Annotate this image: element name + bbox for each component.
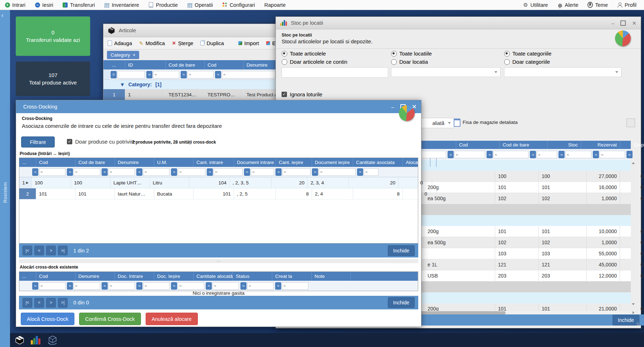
delete-button[interactable]: ✕Șterge bbox=[172, 40, 194, 46]
column-header[interactable]: Cant. intrare bbox=[194, 158, 234, 167]
filter-approx-chip[interactable]: ≈ bbox=[32, 282, 38, 290]
scroll-up-icon[interactable] bbox=[632, 162, 635, 164]
filter-input[interactable] bbox=[178, 168, 205, 176]
filter-approx-chip[interactable]: ≈ bbox=[146, 71, 152, 78]
radio-all-articles[interactable]: Toate articolele bbox=[282, 50, 326, 57]
prev-page-button[interactable]: < bbox=[34, 246, 44, 255]
column-header[interactable]: Denumire bbox=[244, 60, 276, 69]
prev-page-button[interactable]: < bbox=[34, 298, 44, 308]
match-checkbox[interactable]: ✓Doar produse cu potrivire bbox=[67, 139, 135, 145]
filter-approx-chip[interactable]: ≈ bbox=[240, 282, 247, 290]
filter-input[interactable] bbox=[251, 168, 274, 176]
column-header[interactable]: ... bbox=[103, 60, 125, 69]
filter-approx-chip[interactable]: ≈ bbox=[206, 282, 212, 290]
menu-profil[interactable]: Profil bbox=[613, 2, 641, 8]
column-header[interactable]: ... bbox=[19, 158, 36, 167]
article-search-input[interactable] bbox=[282, 67, 388, 78]
column-header[interactable]: Status bbox=[233, 272, 272, 281]
filter-input[interactable] bbox=[178, 282, 204, 290]
column-header[interactable]: Creat la bbox=[272, 272, 312, 281]
menu-productie[interactable]: Productie bbox=[144, 2, 182, 8]
filter-input[interactable] bbox=[39, 282, 65, 290]
filter-approx-chip[interactable]: ≈ bbox=[32, 168, 38, 176]
first-page-button[interactable]: |< bbox=[23, 298, 32, 308]
products-row[interactable]: 2 101 101 Iaurt Natur… Bucata 101 , 2, 5… bbox=[19, 188, 418, 199]
filter-input[interactable] bbox=[493, 151, 528, 158]
close-button[interactable]: Inchide bbox=[613, 315, 639, 326]
column-header[interactable]: Rezervat bbox=[581, 141, 620, 149]
radio-single-category[interactable]: Doar categoriile bbox=[504, 59, 550, 65]
column-header[interactable]: Note bbox=[312, 272, 351, 281]
filter-approx-chip[interactable]: ≈ bbox=[215, 71, 221, 78]
filter-input[interactable] bbox=[247, 282, 274, 290]
menu-teme[interactable]: Teme bbox=[583, 2, 612, 8]
filter-input[interactable] bbox=[282, 282, 308, 290]
radio-all-categories[interactable]: Toate categoriile bbox=[504, 50, 551, 57]
kpi-card-transferuri[interactable]: 0 Transferuri validate azi bbox=[16, 16, 90, 56]
filter-input[interactable] bbox=[537, 151, 557, 158]
first-page-button[interactable]: |< bbox=[23, 246, 32, 255]
scroll-down-icon[interactable] bbox=[632, 303, 635, 305]
grid-settings-button[interactable] bbox=[626, 119, 635, 127]
filter-input[interactable] bbox=[222, 71, 275, 78]
filter-approx-chip[interactable]: ≈ bbox=[67, 168, 73, 176]
column-header[interactable]: Cod bbox=[36, 158, 75, 167]
crossdock-titlebar[interactable]: Cross-Docking – ✕ bbox=[16, 100, 421, 113]
column-header[interactable]: Alocat bbox=[403, 158, 430, 167]
close-button[interactable]: Inchide bbox=[388, 297, 415, 308]
radio-single-location[interactable]: Doar locatia bbox=[391, 59, 428, 65]
filter-approx-chip[interactable]: ≈ bbox=[357, 168, 363, 176]
menu-inventariere[interactable]: Inventariere bbox=[99, 2, 144, 8]
chip-close-icon[interactable]: × bbox=[133, 52, 136, 58]
kpi-card-produse[interactable]: 107 Total produse active bbox=[16, 62, 90, 96]
taskbar-stoc-icon[interactable] bbox=[31, 336, 41, 344]
scroll-right-icon[interactable] bbox=[633, 311, 634, 314]
filter-input[interactable] bbox=[39, 168, 65, 176]
menu-alerte[interactable]: Alerte bbox=[553, 2, 583, 8]
filter-approx-chip[interactable]: ≈ bbox=[275, 168, 282, 176]
column-header[interactable]: Cod de bare bbox=[75, 158, 115, 167]
next-page-button[interactable]: > bbox=[46, 246, 56, 255]
radio-articles-containing[interactable]: Doar articolele ce contin bbox=[282, 59, 347, 65]
filter-input[interactable] bbox=[319, 168, 356, 176]
column-header[interactable]: Disponibil bbox=[620, 141, 644, 149]
export-button[interactable]: Expo bbox=[266, 40, 277, 46]
last-page-button[interactable]: >| bbox=[58, 298, 68, 308]
menu-intrari[interactable]: +Intrari bbox=[0, 2, 30, 8]
filter-approx-chip[interactable]: ≈ bbox=[171, 168, 177, 176]
menu-iesiri[interactable]: −Iesiri bbox=[30, 2, 58, 8]
close-icon[interactable]: ✕ bbox=[632, 20, 636, 26]
add-button[interactable]: Adauga bbox=[108, 40, 132, 46]
taskbar-crossdock-icon[interactable] bbox=[47, 335, 58, 345]
filter-approx-chip[interactable]: ≈ bbox=[244, 168, 250, 176]
column-header[interactable]: U.M. bbox=[154, 158, 194, 167]
filter-input[interactable] bbox=[600, 151, 625, 158]
filter-approx-chip[interactable]: ≈ bbox=[448, 151, 454, 158]
category-filter-chip[interactable]: Category× bbox=[107, 51, 139, 59]
filter-input[interactable] bbox=[143, 168, 170, 176]
filter-input[interactable] bbox=[153, 71, 179, 78]
products-row[interactable]: 1▶ 100 100 Lapte UHT… Litru 104 , 2, 3, … bbox=[19, 177, 418, 188]
taskbar-articole-icon[interactable] bbox=[15, 336, 24, 345]
filter-input[interactable] bbox=[454, 151, 485, 158]
category-select[interactable] bbox=[504, 67, 621, 77]
confirm-button[interactable]: Confirmă Cross-Dock bbox=[79, 313, 141, 325]
menu-rapoarte[interactable]: Rapoarte bbox=[260, 2, 291, 8]
filter-approx-chip[interactable]: ≈ bbox=[181, 71, 187, 78]
filter-input[interactable] bbox=[364, 168, 379, 176]
filter-approx-chip[interactable]: ≈ bbox=[626, 151, 633, 158]
filter-approx-chip[interactable]: ≈ bbox=[102, 282, 108, 290]
filter-approx-chip[interactable]: ≈ bbox=[275, 282, 281, 290]
allocate-button[interactable]: Alocă Cross-Dock bbox=[21, 313, 74, 325]
filter-approx-chip[interactable]: ≈ bbox=[136, 282, 142, 290]
column-header[interactable]: Stoc bbox=[548, 141, 581, 149]
articole-row[interactable]: 1 1 TEST1234… TESTPRO… Test Product API … bbox=[103, 89, 276, 100]
filter-approx-chip[interactable]: ≈ bbox=[102, 168, 108, 176]
filter-approx-chip[interactable]: ≈ bbox=[136, 168, 142, 176]
filter-input[interactable] bbox=[74, 282, 100, 290]
filter-approx-chip[interactable]: ≈ bbox=[558, 151, 565, 158]
column-header[interactable]: Doc. Intrare bbox=[115, 272, 154, 281]
menu-utilitare[interactable]: ⚙Utilitare bbox=[518, 2, 552, 8]
filtrare-button[interactable]: Filtrare bbox=[21, 136, 55, 148]
column-header[interactable]: Denumire bbox=[115, 158, 154, 167]
